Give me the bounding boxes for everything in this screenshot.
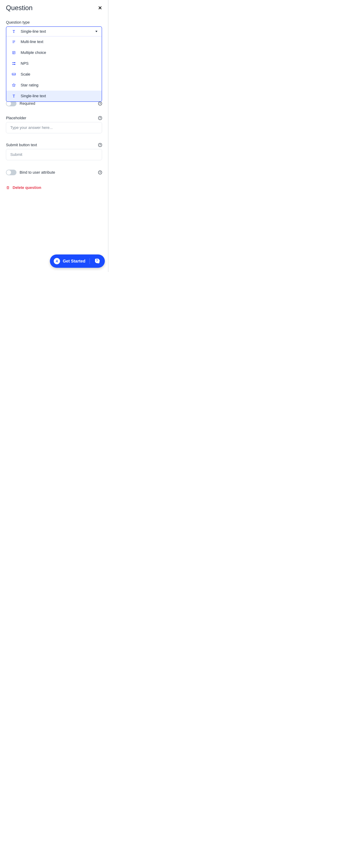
multi-line-icon bbox=[11, 40, 16, 44]
question-type-selected[interactable]: Single-line text bbox=[6, 27, 102, 36]
option-scale[interactable]: Scale bbox=[6, 69, 102, 80]
delete-question-button[interactable]: Delete question bbox=[6, 185, 102, 190]
svg-text:?: ? bbox=[96, 259, 98, 262]
nps-icon bbox=[11, 62, 16, 65]
option-nps[interactable]: NPS bbox=[6, 58, 102, 69]
question-type-select[interactable]: Single-line text Multi-line text bbox=[6, 26, 102, 102]
help-icon[interactable]: ? bbox=[98, 170, 102, 174]
placeholder-input[interactable] bbox=[6, 122, 102, 133]
help-cards-icon: ? bbox=[93, 257, 102, 265]
question-type-selected-label: Single-line text bbox=[21, 29, 91, 34]
option-label: NPS bbox=[21, 61, 98, 66]
help-icon[interactable]: ? bbox=[98, 102, 102, 105]
submit-button-text-label: Submit button text ? bbox=[6, 143, 102, 147]
required-label: Required bbox=[20, 101, 95, 106]
option-label: Multiple choice bbox=[21, 50, 98, 55]
get-started-label: Get Started bbox=[63, 259, 85, 264]
scale-icon bbox=[11, 73, 16, 76]
option-multi-line-text[interactable]: Multi-line text bbox=[6, 36, 102, 47]
option-label: Scale bbox=[21, 72, 98, 76]
option-single-line-text[interactable]: Single-line text bbox=[6, 91, 102, 101]
close-button[interactable]: ✕ bbox=[98, 5, 102, 11]
get-started-badge: 4 bbox=[54, 258, 60, 264]
help-icon[interactable]: ? bbox=[98, 143, 102, 147]
placeholder-label: Placeholder ? bbox=[6, 116, 102, 120]
page-title: Question bbox=[6, 4, 33, 12]
text-t-icon bbox=[11, 94, 16, 98]
option-star-rating[interactable]: Star rating bbox=[6, 80, 102, 91]
multiple-choice-icon bbox=[11, 51, 16, 55]
question-type-label: Question type bbox=[6, 20, 102, 25]
question-type-options: Multi-line text Multiple choice bbox=[6, 36, 102, 101]
option-multiple-choice[interactable]: Multiple choice bbox=[6, 47, 102, 58]
text-t-icon bbox=[11, 30, 16, 33]
option-label: Single-line text bbox=[21, 94, 98, 98]
trash-icon bbox=[6, 186, 10, 190]
get-started-floating-button[interactable]: 4 Get Started ? bbox=[50, 254, 105, 268]
svg-rect-4 bbox=[13, 64, 16, 65]
option-label: Star rating bbox=[21, 83, 98, 88]
bind-attribute-toggle[interactable] bbox=[6, 169, 17, 175]
bind-attribute-label: Bind to user attribute bbox=[20, 170, 95, 175]
svg-point-1 bbox=[12, 62, 13, 63]
submit-button-text-input[interactable] bbox=[6, 149, 102, 160]
svg-point-3 bbox=[12, 64, 13, 65]
delete-question-label: Delete question bbox=[12, 185, 41, 190]
svg-rect-2 bbox=[13, 62, 16, 63]
chevron-down-icon bbox=[95, 31, 97, 32]
option-label: Multi-line text bbox=[21, 39, 98, 44]
star-icon bbox=[11, 83, 16, 87]
help-icon[interactable]: ? bbox=[98, 116, 102, 120]
